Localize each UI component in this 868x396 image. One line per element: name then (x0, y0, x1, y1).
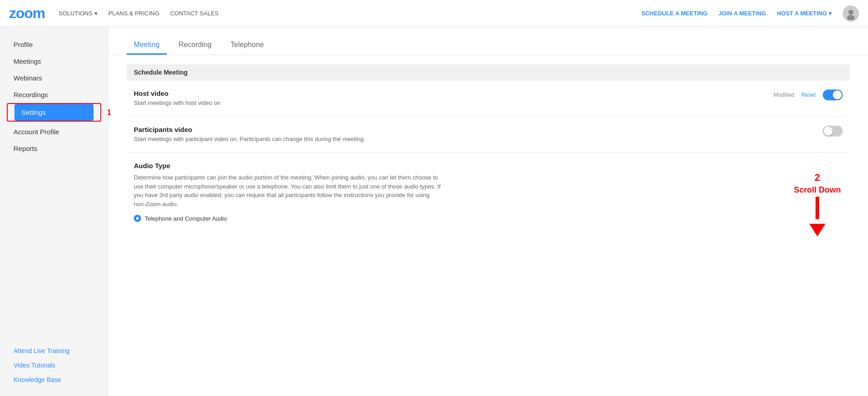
join-meeting-link[interactable]: JOIN A MEETING (718, 10, 766, 17)
topnav: zoom SOLUTIONS ▾ PLANS & PRICING CONTACT… (0, 0, 868, 27)
sidebar-item-settings[interactable]: Settings (14, 104, 94, 121)
sidebar-content: Profile Meetings Webinars Recordings Set… (0, 36, 108, 387)
knowledge-base-link[interactable]: Knowledge Base (0, 372, 108, 387)
host-video-title: Host video (134, 90, 441, 97)
host-video-desc: Start meetings with host video on (134, 99, 441, 107)
telephone-computer-option[interactable]: Telephone and Computer Audio (134, 215, 843, 222)
host-video-toggle-track (823, 90, 843, 100)
participants-video-desc: Start meetings with participant video on… (134, 135, 441, 143)
host-video-toggle-knob (833, 90, 842, 99)
chevron-down-icon: ▾ (94, 10, 98, 17)
host-video-info: Host video Start meetings with host vide… (134, 90, 441, 107)
chevron-down-icon: ▾ (829, 10, 832, 17)
sidebar-item-reports[interactable]: Reports (0, 140, 108, 157)
main-layout: Profile Meetings Webinars Recordings Set… (0, 27, 868, 396)
settings-content: Schedule Meeting Host video Start meetin… (108, 64, 868, 252)
video-tutorials-link[interactable]: Video Tutorials (0, 358, 108, 372)
host-video-reset[interactable]: Reset (802, 92, 816, 98)
tab-recording[interactable]: Recording (171, 36, 219, 55)
host-video-modified: Modified (774, 92, 794, 98)
settings-badge-1: 1 (107, 108, 111, 117)
settings-tabs: Meeting Recording Telephone (108, 27, 868, 55)
participants-video-title: Participants video (134, 126, 441, 133)
host-video-row: Host video Start meetings with host vide… (127, 80, 850, 117)
logo[interactable]: zoom (9, 5, 45, 22)
sidebar-item-account-profile[interactable]: Account Profile (0, 123, 108, 140)
attend-training-link[interactable]: Attend Live Training (0, 344, 108, 358)
telephone-computer-radio[interactable] (134, 215, 141, 222)
main-content: Meeting Recording Telephone Schedule Mee… (108, 27, 868, 396)
telephone-computer-label: Telephone and Computer Audio (145, 215, 227, 222)
plans-pricing-link[interactable]: PLANS & PRICING (108, 10, 160, 17)
tab-telephone[interactable]: Telephone (223, 36, 271, 55)
user-avatar[interactable] (843, 5, 859, 22)
tab-meeting[interactable]: Meeting (127, 36, 167, 55)
settings-highlight-box: Settings (7, 103, 101, 122)
svg-point-1 (849, 9, 854, 14)
participants-video-info: Participants video Start meetings with p… (134, 126, 441, 143)
audio-type-section: Audio Type Determine how participants ca… (127, 153, 850, 234)
host-meeting-link[interactable]: HOST A MEETING ▾ (777, 10, 832, 17)
topnav-left-links: SOLUTIONS ▾ PLANS & PRICING CONTACT SALE… (59, 10, 642, 17)
host-video-toggle[interactable] (823, 90, 843, 100)
sidebar-item-webinars[interactable]: Webinars (0, 70, 108, 86)
schedule-meeting-header: Schedule Meeting (127, 64, 850, 80)
host-video-controls: Modified Reset (770, 90, 843, 100)
schedule-meeting-link[interactable]: SCHEDULE A MEETING (642, 10, 708, 17)
participants-video-toggle-track (823, 126, 843, 137)
topnav-right-links: SCHEDULE A MEETING JOIN A MEETING HOST A… (642, 5, 859, 22)
sidebar-footer: Attend Live Training Video Tutorials Kno… (0, 330, 108, 387)
participants-video-row: Participants video Start meetings with p… (127, 117, 850, 153)
contact-sales-link[interactable]: CONTACT SALES (170, 10, 218, 17)
sidebar-item-recordings[interactable]: Recordings (0, 86, 108, 103)
settings-highlight-wrapper: Settings 1 (7, 103, 101, 122)
participants-video-controls (770, 126, 843, 137)
participants-video-toggle[interactable] (823, 126, 843, 137)
sidebar: Profile Meetings Webinars Recordings Set… (0, 27, 108, 396)
solutions-link[interactable]: SOLUTIONS ▾ (59, 10, 98, 17)
sidebar-main-items: Profile Meetings Webinars Recordings Set… (0, 36, 108, 330)
sidebar-item-profile[interactable]: Profile (0, 36, 108, 53)
participants-video-toggle-knob (824, 127, 833, 136)
sidebar-item-meetings[interactable]: Meetings (0, 53, 108, 70)
audio-type-desc: Determine how participants can join the … (134, 173, 441, 208)
audio-type-title: Audio Type (134, 162, 843, 170)
